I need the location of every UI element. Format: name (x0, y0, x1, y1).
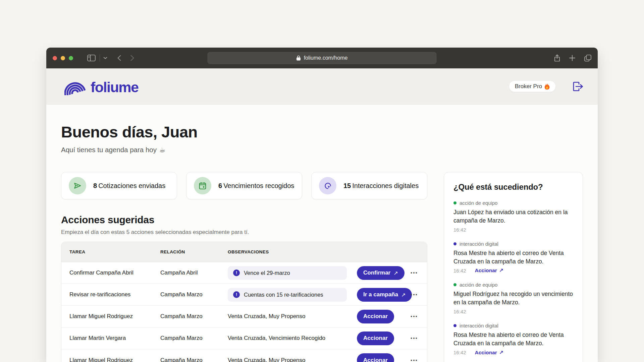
external-arrow-icon: ↗ (393, 270, 398, 276)
brand-logo[interactable]: foliume (64, 78, 138, 95)
relation-cell: Campaña Marzo (160, 335, 228, 342)
relation-cell: Campaña Abril (160, 269, 228, 276)
external-arrow-icon: ↗ (499, 267, 503, 274)
section-subtitle: Empieza el día con estas 5 acciones sele… (61, 229, 427, 236)
stat-label: Cotizaciones enviadas (98, 182, 165, 189)
task-cell: Llamar Miguel Rodriguez (69, 313, 160, 320)
list-item: interacción digital Rosa Mestre ha abier… (453, 241, 573, 274)
observation-text: Venta Cruzada, Muy Propenso (228, 357, 357, 362)
table-header: TAREA RELACIÓN OBSERVACIONES (61, 242, 427, 262)
lock-icon (297, 55, 301, 61)
forward-button[interactable] (130, 55, 134, 61)
observation-pill: ! Cuentas con 15 re-tarificaciones (228, 288, 347, 302)
feed-time: 16:42 (453, 309, 466, 314)
activity-title: ¿Qué está sucediendo? (453, 182, 573, 192)
feed-body: Juan López ha enviado una cotización en … (453, 208, 573, 225)
stat-value: 6 (218, 182, 222, 189)
stat-card-interacciones: 15Interacciones digitales (311, 172, 427, 199)
feed-action-link[interactable]: Accionar ↗ (475, 267, 503, 274)
calendar-icon (194, 177, 211, 194)
column-header-tarea: TAREA (69, 249, 160, 254)
action-button[interactable]: Accionar (357, 331, 394, 345)
plan-badge-label: Broker Pro (515, 83, 542, 90)
app-header: foliume Broker Pro (46, 68, 598, 105)
minimize-window-button[interactable] (61, 56, 65, 60)
external-arrow-icon: ↗ (499, 350, 503, 356)
relation-cell: Campaña Marzo (160, 313, 228, 320)
table-row: Confirmar Campaña Abril Campaña Abril ! … (61, 262, 427, 284)
digital-interaction-dot-icon (453, 324, 457, 327)
feed-time: 16:42 (453, 227, 466, 233)
relation-cell: Campaña Marzo (160, 357, 228, 362)
share-icon[interactable] (554, 54, 560, 62)
address-bar[interactable]: foliume.com/home (208, 52, 437, 64)
activity-feed: ¿Qué está sucediendo? acción de equipo J… (444, 172, 583, 362)
send-icon (69, 177, 86, 194)
confirm-button[interactable]: Confirmar ↗ (357, 266, 405, 280)
alert-icon: ! (233, 291, 240, 298)
row-more-menu[interactable]: ••• (411, 314, 418, 319)
feed-tag-label: acción de equipo (460, 282, 497, 288)
foliume-logo-icon (64, 78, 86, 95)
table-row: Llamar Miguel Rodriguez Campaña Marzo Ve… (61, 349, 427, 362)
column-header-observaciones: OBSERVACIONES (228, 249, 357, 254)
traffic-lights (53, 56, 73, 60)
row-more-menu[interactable]: ••• (411, 292, 418, 297)
browser-chrome: foliume.com/home (46, 48, 598, 68)
chrome-divider (100, 54, 100, 62)
observation-text: Vence el 29-marzo (244, 270, 290, 276)
team-action-dot-icon (453, 283, 457, 286)
chevron-down-icon[interactable] (103, 57, 107, 59)
stat-card-vencimientos: 6Vencimientos recogidos (186, 172, 302, 199)
tab-overview-icon[interactable] (584, 55, 591, 62)
observation-pill: ! Vence el 29-marzo (228, 266, 347, 280)
cursor-click-icon (319, 177, 336, 194)
stat-card-cotizaciones: 8Cotizaciones enviadas (61, 172, 177, 199)
feed-body: Rosa Mestre ha abierto el correo de Vent… (453, 331, 573, 348)
browser-window: foliume.com/home (46, 48, 598, 362)
stat-label: Vencimientos recogidos (223, 182, 294, 189)
task-cell: Confirmar Campaña Abril (69, 269, 160, 276)
relation-cell: Campaña Marzo (160, 291, 228, 298)
task-cell: Llamar Martin Vergara (69, 335, 160, 342)
action-button[interactable]: Accionar (357, 310, 394, 323)
logout-icon[interactable] (573, 81, 584, 92)
task-cell: Llamar Miguel Rodriguez (69, 357, 160, 362)
feed-body: Miguel Rodríguez ha recogido un vencimie… (453, 290, 573, 307)
row-more-menu[interactable]: ••• (411, 358, 418, 362)
external-arrow-icon: ↗ (401, 292, 406, 298)
new-tab-icon[interactable] (569, 55, 575, 61)
table-row: Llamar Miguel Rodriguez Campaña Marzo Ve… (61, 306, 427, 327)
observation-text: Venta Cruzada, Vencimiento Recogido (228, 335, 357, 342)
team-action-dot-icon (453, 201, 457, 204)
list-item: acción de equipo Juan López ha enviado u… (453, 200, 573, 233)
brand-wordmark: foliume (91, 80, 138, 95)
close-window-button[interactable] (53, 56, 57, 60)
feed-action-link[interactable]: Accionar ↗ (475, 350, 503, 356)
actions-table: TAREA RELACIÓN OBSERVACIONES Confirmar C… (61, 242, 427, 362)
observation-text: Venta Cruzada, Muy Propenso (228, 313, 357, 320)
stat-value: 15 (343, 182, 351, 189)
feed-tag-label: acción de equipo (460, 200, 497, 206)
feed-body: Rosa Mestre ha abierto el correo de Vent… (453, 249, 573, 266)
main-content: Buenos días, Juan Aquí tienes tu agenda … (46, 105, 598, 362)
zoom-window-button[interactable] (69, 56, 73, 60)
alert-icon: ! (233, 269, 240, 276)
feed-tag-label: interacción digital (460, 323, 498, 328)
list-item: interacción digital Rosa Mestre ha abier… (453, 323, 573, 356)
column-header-relacion: RELACIÓN (160, 249, 228, 254)
row-more-menu[interactable]: ••• (411, 270, 418, 276)
back-button[interactable] (117, 55, 121, 61)
task-cell: Revisar re-tarificaciones (69, 291, 160, 298)
stat-value: 8 (93, 182, 97, 189)
row-more-menu[interactable]: ••• (411, 336, 418, 341)
plan-badge: Broker Pro (509, 80, 556, 92)
digital-interaction-dot-icon (453, 242, 457, 245)
go-to-campaign-button[interactable]: Ir a campaña ↗ (357, 288, 412, 302)
feed-tag-label: interacción digital (460, 241, 498, 247)
page-title: Buenos días, Juan (61, 123, 598, 141)
page-subtitle: Aquí tienes tu agenda para hoy ☕ (61, 146, 598, 154)
action-button[interactable]: Accionar (357, 353, 394, 362)
sidebar-toggle-icon[interactable] (87, 55, 96, 61)
observation-text: Cuentas con 15 re-tarificaciones (244, 292, 323, 298)
